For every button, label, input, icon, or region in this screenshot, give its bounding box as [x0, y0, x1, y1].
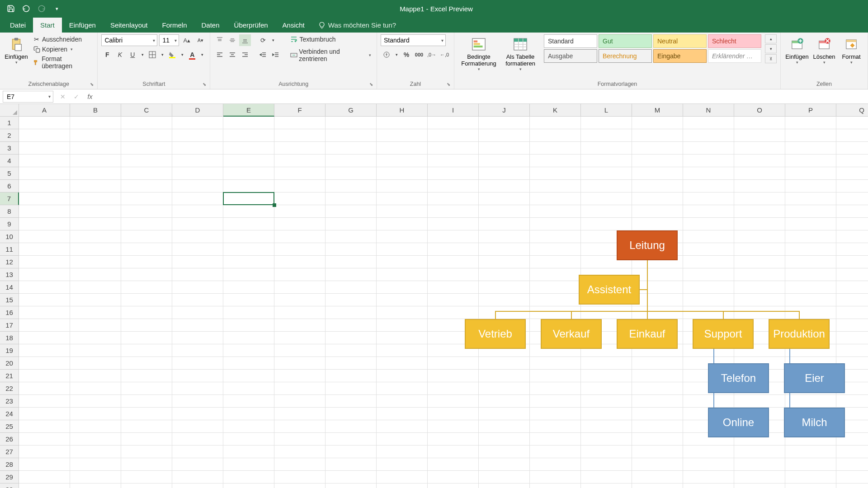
- cell[interactable]: [19, 458, 70, 471]
- cell[interactable]: [172, 408, 223, 420]
- cell[interactable]: [785, 192, 836, 205]
- cell[interactable]: [326, 370, 377, 382]
- cell[interactable]: [428, 483, 479, 488]
- decrease-indent-icon[interactable]: [257, 49, 269, 61]
- cell[interactable]: [530, 230, 581, 243]
- cell[interactable]: [683, 256, 734, 268]
- cell[interactable]: [581, 117, 632, 129]
- cell[interactable]: [121, 471, 172, 483]
- cell[interactable]: [428, 243, 479, 256]
- cell[interactable]: [19, 332, 70, 344]
- cell[interactable]: [581, 433, 632, 446]
- cell[interactable]: [121, 142, 172, 155]
- cell[interactable]: [223, 167, 274, 180]
- cell[interactable]: [734, 218, 785, 230]
- styles-scroll-down-icon[interactable]: ▾: [765, 44, 777, 53]
- insert-cells-button[interactable]: Einfügen▾: [784, 34, 810, 66]
- cell[interactable]: [683, 483, 734, 488]
- cell[interactable]: [274, 129, 326, 142]
- cell[interactable]: [785, 129, 836, 142]
- cell[interactable]: [223, 192, 274, 205]
- column-header[interactable]: O: [734, 104, 785, 117]
- cell[interactable]: [581, 357, 632, 370]
- cell[interactable]: [326, 268, 377, 281]
- cell[interactable]: [479, 382, 530, 395]
- cell[interactable]: [530, 408, 581, 420]
- row-header[interactable]: 7: [0, 192, 19, 205]
- cell[interactable]: [223, 344, 274, 357]
- cell[interactable]: [683, 205, 734, 218]
- cell[interactable]: [683, 129, 734, 142]
- cell[interactable]: [428, 420, 479, 433]
- cell[interactable]: [121, 294, 172, 306]
- cell[interactable]: [326, 129, 377, 142]
- cell[interactable]: [683, 446, 734, 458]
- cell[interactable]: [274, 344, 326, 357]
- cell[interactable]: [19, 167, 70, 180]
- cell[interactable]: [836, 319, 868, 332]
- cell[interactable]: [326, 180, 377, 192]
- cell[interactable]: [326, 420, 377, 433]
- cell[interactable]: [326, 306, 377, 319]
- row-header[interactable]: 29: [0, 471, 19, 483]
- cell[interactable]: [734, 281, 785, 294]
- cell[interactable]: [326, 344, 377, 357]
- org-node-assistent[interactable]: Assistent: [579, 275, 640, 305]
- cell[interactable]: [581, 483, 632, 488]
- increase-indent-icon[interactable]: [270, 49, 282, 61]
- cell[interactable]: [428, 142, 479, 155]
- cell[interactable]: [734, 483, 785, 488]
- cell[interactable]: [172, 192, 223, 205]
- cell-style-schlecht[interactable]: Schlecht: [708, 34, 761, 48]
- cell[interactable]: [121, 180, 172, 192]
- cell[interactable]: [377, 370, 428, 382]
- cell[interactable]: [428, 192, 479, 205]
- cell[interactable]: [223, 471, 274, 483]
- cell[interactable]: [274, 408, 326, 420]
- styles-more-icon[interactable]: ⊻: [765, 54, 777, 63]
- bold-button[interactable]: F: [101, 49, 113, 61]
- cell[interactable]: [632, 483, 683, 488]
- cell[interactable]: [581, 395, 632, 408]
- cell[interactable]: [428, 382, 479, 395]
- cell[interactable]: [19, 344, 70, 357]
- cell[interactable]: [274, 294, 326, 306]
- cell[interactable]: [479, 155, 530, 167]
- cell[interactable]: [172, 433, 223, 446]
- cell[interactable]: [377, 446, 428, 458]
- cell[interactable]: [274, 142, 326, 155]
- cell[interactable]: [530, 483, 581, 488]
- cell[interactable]: [479, 268, 530, 281]
- row-header[interactable]: 10: [0, 230, 19, 243]
- cell[interactable]: [172, 256, 223, 268]
- cell[interactable]: [70, 155, 121, 167]
- cell[interactable]: [632, 306, 683, 319]
- tab-daten[interactable]: Daten: [194, 18, 227, 33]
- cell[interactable]: [530, 180, 581, 192]
- cancel-formula-icon[interactable]: ✕: [56, 91, 70, 103]
- cell[interactable]: [121, 192, 172, 205]
- cell[interactable]: [632, 458, 683, 471]
- cell[interactable]: [326, 471, 377, 483]
- cell[interactable]: [172, 268, 223, 281]
- fill-color-dropdown-icon[interactable]: ▾: [179, 49, 185, 61]
- cell[interactable]: [121, 420, 172, 433]
- cell[interactable]: [121, 382, 172, 395]
- cell[interactable]: [530, 142, 581, 155]
- cell[interactable]: [223, 294, 274, 306]
- cell[interactable]: [172, 471, 223, 483]
- cell[interactable]: [377, 256, 428, 268]
- column-header[interactable]: K: [530, 104, 581, 117]
- row-header[interactable]: 26: [0, 433, 19, 446]
- cell[interactable]: [428, 256, 479, 268]
- cell[interactable]: [172, 129, 223, 142]
- cell[interactable]: [479, 483, 530, 488]
- tab-datei[interactable]: Datei: [3, 18, 33, 33]
- cell[interactable]: [19, 142, 70, 155]
- cell[interactable]: [428, 306, 479, 319]
- cell[interactable]: [530, 458, 581, 471]
- cell[interactable]: [785, 155, 836, 167]
- cell[interactable]: [428, 117, 479, 129]
- org-node-support[interactable]: Support: [693, 319, 754, 349]
- cell[interactable]: [530, 395, 581, 408]
